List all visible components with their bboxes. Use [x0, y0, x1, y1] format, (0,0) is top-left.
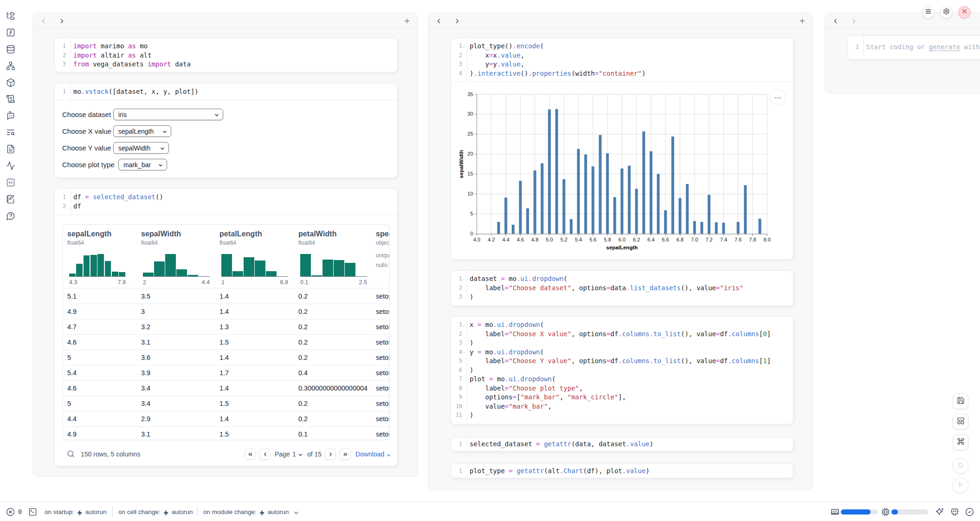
chart-bar[interactable]: [497, 222, 500, 234]
cell-dataframe[interactable]: 1df = selected_dataset()2df sepalLengthf…: [54, 189, 398, 466]
code-line[interactable]: 1selected_dataset = getattr(data, datase…: [470, 440, 793, 449]
chart-bar[interactable]: [628, 166, 631, 234]
chart-bar[interactable]: [519, 181, 522, 234]
cell-plot[interactable]: 1⌄plot_type().encode(2 x=x.value,3 y=y.v…: [451, 38, 793, 260]
download-button[interactable]: Download: [355, 450, 384, 458]
chart-bar[interactable]: [620, 169, 623, 234]
table-column-header[interactable]: speciesobjectunique: 3nulls: 0: [371, 225, 390, 288]
chart-bar[interactable]: [759, 219, 761, 234]
table-row[interactable]: 4.63.41.40.30000000000000004setosa: [63, 380, 389, 396]
on-cell-change-setting[interactable]: on cell change: autorun: [118, 502, 193, 521]
cell-vstack[interactable]: 1mo.vstack([dataset, x, y, plot]) Choose…: [54, 83, 398, 178]
chart-bar[interactable]: [526, 208, 529, 234]
chart-bar[interactable]: [671, 137, 674, 234]
chart-menu-button[interactable]: [770, 90, 786, 105]
column-histogram[interactable]: [69, 251, 126, 277]
column-next-button[interactable]: [57, 16, 67, 26]
column-prev-button[interactable]: [38, 16, 48, 26]
fold-chevron-icon[interactable]: ⌄: [463, 320, 467, 330]
on-module-change-setting[interactable]: on module change: autorun: [203, 502, 300, 521]
command-palette-button[interactable]: [953, 434, 968, 450]
column-next-button[interactable]: [849, 16, 859, 26]
page-select-chevron-icon[interactable]: [297, 451, 303, 457]
editor-placeholder[interactable]: Start coding or: [866, 43, 929, 51]
stop-button[interactable]: [953, 458, 968, 474]
terminal-button[interactable]: [28, 502, 37, 521]
table-row[interactable]: 4.93.11.50.1setosa: [63, 426, 389, 440]
code-line[interactable]: 11): [470, 411, 793, 420]
run-button[interactable]: [953, 477, 968, 493]
cell-empty[interactable]: 1Start coding or generate with AI: [847, 35, 980, 59]
dropdown-select-choose-x-value[interactable]: sepalLength: [113, 125, 171, 137]
code-square-icon[interactable]: [6, 178, 15, 187]
copilot-button[interactable]: [950, 502, 959, 521]
chart-bar[interactable]: [664, 210, 667, 234]
function-square-icon[interactable]: [6, 28, 15, 37]
table-row[interactable]: 5.43.91.70.4setosa: [63, 365, 389, 380]
bar-chart[interactable]: 051015202530354.04.24.44.64.85.05.25.45.…: [456, 85, 780, 258]
generate-link[interactable]: generate: [929, 43, 960, 51]
fold-chevron-icon[interactable]: ⌄: [463, 42, 467, 51]
table-column-header[interactable]: petalWidthfloat640.12.5: [294, 225, 371, 288]
search-icon[interactable]: [67, 450, 75, 458]
chart-bar[interactable]: [722, 223, 725, 234]
code-line[interactable]: 5 label="Choose Y value", options=df.col…: [470, 357, 793, 366]
code-line[interactable]: 2df: [73, 202, 397, 211]
chart-bar[interactable]: [584, 155, 587, 234]
database-icon[interactable]: [6, 45, 15, 54]
file-tree-icon[interactable]: [6, 11, 15, 20]
chart-bar[interactable]: [642, 131, 645, 234]
add-column-button[interactable]: [797, 16, 807, 26]
chart-bar[interactable]: [555, 109, 558, 234]
chart-bar[interactable]: [534, 170, 536, 234]
code-line[interactable]: 3from vega_datasets import data: [73, 60, 397, 69]
table-column-header[interactable]: petalLengthfloat6416.9: [215, 225, 294, 288]
code-line[interactable]: 10 value="mark_bar",: [470, 402, 793, 411]
chart-bar[interactable]: [708, 195, 710, 234]
dropdown-select-choose-dataset[interactable]: iris: [113, 109, 223, 120]
column-prev-button[interactable]: [830, 16, 840, 26]
code-line[interactable]: 1plot_type = getattr(alt.Chart(df), plot…: [470, 467, 793, 476]
code-line[interactable]: 3): [470, 339, 793, 348]
code-line[interactable]: 8 label="Choose plot type",: [470, 384, 793, 393]
page-select-value[interactable]: 1: [292, 450, 296, 458]
code-line[interactable]: 1import marimo as mo: [73, 42, 397, 51]
chart-bar[interactable]: [635, 189, 638, 234]
cell-selected-dataset[interactable]: 1selected_dataset = getattr(data, datase…: [451, 437, 793, 451]
dropdown-select-choose-plot-type[interactable]: mark_bar: [118, 159, 167, 170]
chart-bar[interactable]: [679, 198, 682, 234]
code-line[interactable]: 2import altair as alt: [73, 51, 397, 60]
table-row[interactable]: 4.931.40.2setosa: [63, 304, 389, 319]
cell-xy-plot-dropdowns[interactable]: 1⌄x = mo.ui.dropdown(2 label="Choose X v…: [451, 316, 793, 424]
help-circle-icon[interactable]: [6, 211, 15, 221]
column-histogram[interactable]: [300, 251, 367, 277]
code-line[interactable]: 1⌄plot_type().encode(: [470, 42, 793, 51]
column-prev-button[interactable]: [433, 16, 444, 26]
code-line[interactable]: 4).interactive().properties(width="conta…: [470, 69, 793, 78]
code-line[interactable]: 2 label="Choose dataset", options=data.l…: [470, 284, 793, 293]
chart-bar[interactable]: [744, 185, 747, 234]
last-page-button[interactable]: [340, 449, 351, 460]
chart-bar[interactable]: [606, 153, 609, 234]
add-column-button[interactable]: [402, 16, 412, 26]
code-line[interactable]: 1⌄dataset = mo.ui.dropdown(: [470, 274, 793, 284]
cell-plot-type[interactable]: 1plot_type = getattr(alt.Chart(df), plot…: [451, 463, 793, 478]
chart-bar[interactable]: [715, 222, 718, 234]
chart-bar[interactable]: [700, 222, 703, 234]
next-page-button[interactable]: [325, 449, 336, 460]
table-row[interactable]: 53.41.50.2setosa: [63, 396, 389, 411]
table-column-header[interactable]: sepalWidthfloat6424.4: [136, 225, 215, 288]
code-line[interactable]: 9 options=["mark_bar", "mark_circle"],: [470, 393, 793, 402]
chart-bar[interactable]: [737, 222, 740, 234]
on-startup-setting[interactable]: on startup: autorun: [45, 502, 107, 521]
chart-bar[interactable]: [512, 225, 515, 234]
cell-imports[interactable]: 1import marimo as mo2import altair as al…: [54, 38, 398, 72]
save-button[interactable]: [953, 393, 968, 409]
connection-status-button[interactable]: [965, 502, 974, 521]
chart-bar[interactable]: [613, 197, 616, 234]
code-line[interactable]: 1df = selected_dataset(): [73, 193, 397, 202]
code-line[interactable]: 1⌄x = mo.ui.dropdown(: [470, 320, 793, 330]
code-line[interactable]: 6): [470, 366, 793, 375]
chart-bar[interactable]: [548, 110, 551, 234]
column-histogram[interactable]: [221, 251, 288, 277]
